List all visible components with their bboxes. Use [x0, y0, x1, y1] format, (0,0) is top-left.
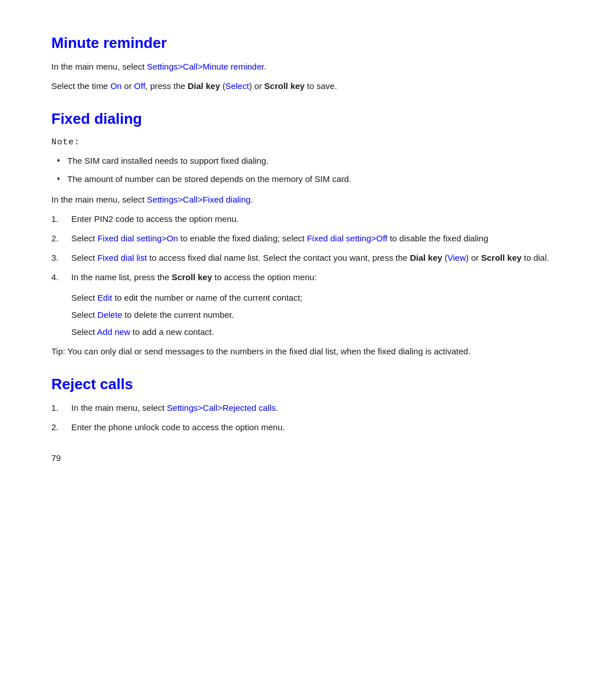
delete-link: Delete: [98, 310, 122, 320]
reject-step-1-content: In the main menu, select Settings>Call>R…: [71, 401, 565, 415]
line2-mid4: ) or: [249, 81, 265, 91]
fixed-dialing-intro: In the main menu, select Settings>Call>F…: [51, 193, 565, 207]
reject-calls-heading: Reject calls: [51, 375, 565, 393]
step-3: 3. Select Fixed dial list to access fixe…: [51, 251, 565, 265]
step-4-num: 4.: [51, 270, 71, 284]
line2-mid2: , press the: [145, 81, 188, 91]
step2-mid1: to enable the fixed dialing; select: [178, 233, 307, 243]
fixed-dial-setting-on-link: Fixed dial setting>On: [98, 233, 178, 243]
note-label: Note:: [51, 136, 565, 149]
reject-step-2-num: 2.: [51, 421, 71, 434]
select-link: Select: [225, 81, 249, 91]
scroll-key-bold: Scroll key: [264, 81, 305, 91]
indent3-pre: Select: [71, 327, 97, 337]
step3-pre: Select: [71, 253, 98, 262]
step3-bold1: Dial key: [410, 253, 443, 262]
reject-step1-pre: In the main menu, select: [71, 403, 167, 413]
indent1-post: to edit the number or name of the curren…: [112, 293, 303, 302]
indent-line-1: Select Edit to edit the number or name o…: [71, 291, 565, 305]
step3-mid3: ) or: [466, 253, 481, 262]
reject-step1-post: .: [276, 403, 278, 413]
line2-post: to save.: [305, 81, 337, 91]
reject-step-1-num: 1.: [51, 401, 71, 415]
indent-line-3: Select Add new to add a new contact.: [71, 325, 565, 339]
step-4-content: In the name list, press the Scroll key t…: [71, 270, 565, 284]
line2-mid1: or: [121, 81, 134, 91]
step4-pre: In the name list, press the: [71, 272, 172, 282]
indent2-post: to delete the current number.: [122, 310, 234, 320]
step-2: 2. Select Fixed dial setting>On to enabl…: [51, 232, 565, 245]
reject-calls-section: Reject calls 1. In the main menu, select…: [51, 375, 565, 434]
indent3-post: to add a new contact.: [130, 327, 214, 337]
minute-reminder-line1-pre: In the main menu, select: [51, 62, 147, 71]
bullet-item-1: The SIM card installed needs to support …: [57, 154, 565, 168]
intro-pre: In the main menu, select: [51, 195, 147, 204]
step-1-num: 1.: [51, 212, 71, 226]
reject-step-1: 1. In the main menu, select Settings>Cal…: [51, 401, 565, 415]
rejected-calls-link: Settings>Call>Rejected calls: [167, 403, 276, 413]
reject-step-2: 2. Enter the phone unlock code to access…: [51, 421, 565, 434]
page-number: 79: [51, 451, 565, 465]
minute-reminder-settings-link: Settings>Call>Minute reminder: [147, 62, 264, 71]
bullet-item-2: The amount of number can be stored depen…: [57, 172, 565, 186]
fixed-dial-setting-off-link: Fixed dial setting>Off: [307, 233, 387, 243]
minute-reminder-heading: Minute reminder: [51, 34, 565, 52]
fixed-dialing-bullets: The SIM card installed needs to support …: [57, 154, 565, 186]
step4-post: to access the option menu:: [212, 272, 317, 282]
fixed-dial-list-link: Fixed dial list: [98, 253, 147, 262]
tip-text: Tip: You can only dial or send messages …: [51, 345, 565, 358]
step-2-content: Select Fixed dial setting>On to enable t…: [71, 232, 565, 245]
line2-mid3: (: [220, 81, 225, 91]
step-1: 1. Enter PIN2 code to access the option …: [51, 212, 565, 226]
step2-post: to disable the fixed dialing: [387, 233, 488, 243]
edit-link: Edit: [98, 293, 112, 302]
on-link: On: [110, 81, 121, 91]
step2-pre: Select: [71, 233, 98, 243]
fixed-dialing-section: Fixed dialing Note: The SIM card install…: [51, 110, 565, 358]
step-4-indent: Select Edit to edit the number or name o…: [71, 291, 565, 339]
intro-post: .: [250, 195, 253, 204]
step-3-content: Select Fixed dial list to access fixed d…: [71, 251, 565, 265]
step3-bold2: Scroll key: [481, 253, 521, 262]
step-1-content: Enter PIN2 code to access the option men…: [71, 212, 565, 226]
indent2-pre: Select: [71, 310, 98, 320]
minute-reminder-line1-post: .: [264, 62, 266, 71]
view-link: View: [448, 253, 466, 262]
indent-line-2: Select Delete to delete the current numb…: [71, 308, 565, 322]
step4-bold1: Scroll key: [172, 272, 212, 282]
minute-reminder-section: Minute reminder In the main menu, select…: [51, 34, 565, 93]
step3-post: to dial.: [521, 253, 549, 262]
step3-mid2: (: [442, 253, 447, 262]
step-4: 4. In the name list, press the Scroll ke…: [51, 270, 565, 284]
off-link: Off: [134, 81, 145, 91]
add-new-link: Add new: [97, 327, 130, 337]
fixed-dialing-settings-link: Settings>Call>Fixed dialing: [147, 195, 251, 204]
minute-reminder-line2: Select the time On or Off, press the Dia…: [51, 79, 565, 93]
step-3-num: 3.: [51, 251, 71, 265]
fixed-dialing-heading: Fixed dialing: [51, 110, 565, 128]
reject-calls-steps: 1. In the main menu, select Settings>Cal…: [51, 401, 565, 434]
fixed-dialing-steps: 1. Enter PIN2 code to access the option …: [51, 212, 565, 284]
minute-reminder-line1: In the main menu, select Settings>Call>M…: [51, 60, 565, 74]
indent1-pre: Select: [71, 293, 98, 302]
step3-mid1: to access fixed dial name list. Select t…: [147, 253, 410, 262]
line2-pre: Select the time: [51, 81, 110, 91]
dial-key-bold: Dial key: [188, 81, 220, 91]
reject-step-2-content: Enter the phone unlock code to access th…: [71, 421, 565, 434]
step-2-num: 2.: [51, 232, 71, 245]
